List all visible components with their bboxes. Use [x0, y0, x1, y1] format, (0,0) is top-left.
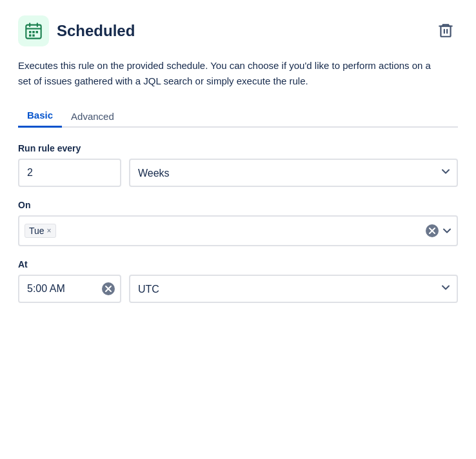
on-tag-label: Tue	[29, 226, 45, 236]
frequency-select-wrapper: Minutes Hours Days Weeks Months	[129, 159, 458, 187]
run-rule-section: Run rule every Minutes Hours Days Weeks …	[18, 143, 458, 187]
calendar-icon	[25, 22, 43, 40]
svg-rect-5	[32, 34, 35, 37]
svg-rect-2	[32, 31, 35, 34]
multiselect-icons	[426, 224, 451, 237]
page-header: Scheduled	[18, 15, 458, 46]
tabs-container: Basic Advanced	[18, 103, 458, 128]
on-tag-remove[interactable]: ×	[47, 227, 52, 235]
time-clear-icon[interactable]	[102, 282, 115, 295]
timezone-select-wrapper: UTC EST PST CET	[129, 275, 458, 303]
delete-button[interactable]	[433, 18, 458, 44]
time-x-icon[interactable]	[102, 282, 115, 295]
description-text: Executes this rule on the provided sched…	[18, 58, 444, 89]
x-icon	[428, 227, 436, 235]
run-rule-number-input[interactable]	[18, 159, 121, 187]
svg-rect-1	[29, 31, 32, 34]
timezone-select[interactable]: UTC EST PST CET	[129, 275, 458, 303]
run-rule-label: Run rule every	[18, 143, 458, 153]
multiselect-clear-icon[interactable]	[426, 224, 439, 237]
run-rule-row: Minutes Hours Days Weeks Months	[18, 159, 458, 187]
tab-advanced[interactable]: Advanced	[62, 104, 123, 128]
at-row: UTC EST PST CET	[18, 275, 458, 303]
x-icon	[104, 285, 112, 293]
calendar-icon-wrapper	[18, 15, 49, 46]
time-input-wrapper	[18, 275, 121, 303]
header-left: Scheduled	[18, 15, 135, 46]
svg-rect-4	[29, 34, 32, 37]
tab-basic[interactable]: Basic	[18, 104, 62, 128]
frequency-select[interactable]: Minutes Hours Days Weeks Months	[129, 159, 458, 187]
on-section: On Tue ×	[18, 200, 458, 246]
multiselect-chevron-icon	[442, 226, 451, 235]
svg-rect-3	[36, 31, 39, 34]
trash-icon	[437, 22, 454, 39]
on-multiselect[interactable]: Tue ×	[18, 215, 458, 246]
svg-rect-6	[441, 26, 450, 36]
on-tag-tue: Tue ×	[25, 224, 56, 238]
page-title: Scheduled	[57, 22, 135, 40]
at-label: At	[18, 259, 458, 269]
on-label: On	[18, 200, 458, 210]
at-section: At UTC EST PST CET	[18, 259, 458, 303]
